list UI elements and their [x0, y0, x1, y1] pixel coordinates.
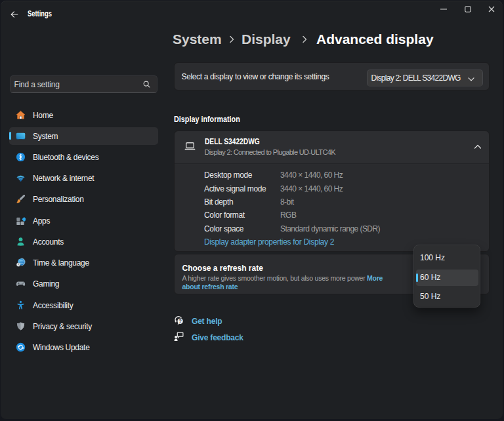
svg-text:?: ? — [178, 318, 182, 324]
